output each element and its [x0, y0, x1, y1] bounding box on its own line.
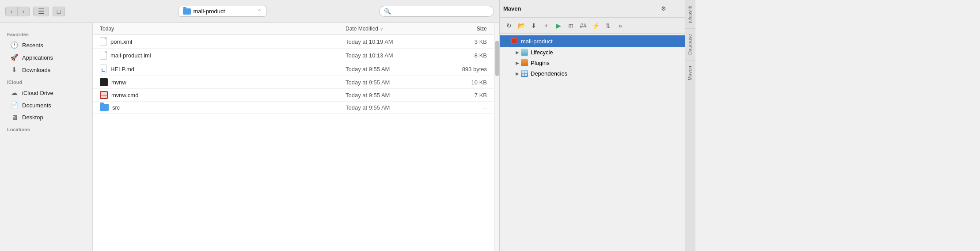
col-name-header: Today: [100, 26, 346, 32]
file-date: Today at 9:55 AM: [346, 104, 443, 111]
file-date: Today at 9:55 AM: [346, 79, 443, 86]
maven-skip-tests-button[interactable]: ##: [577, 20, 589, 31]
chevron-down-icon: ▾: [503, 39, 510, 44]
tab-database[interactable]: Database: [685, 28, 695, 60]
file-name: mvnw.cmd: [100, 91, 346, 99]
search-icon: 🔍: [384, 8, 391, 15]
file-list-header: Today Date Modified ∨ Size: [93, 23, 494, 35]
maven-run-button[interactable]: ▶: [553, 20, 564, 31]
maven-expand-button[interactable]: »: [615, 20, 626, 31]
icloud-drive-icon: ☁: [10, 89, 19, 97]
table-row[interactable]: mvnw.cmd Today at 9:55 AM 7 KB: [93, 89, 494, 102]
sidebar-item-label: Recents: [22, 42, 43, 49]
table-row[interactable]: mvnw Today at 9:55 AM 10 KB: [93, 76, 494, 89]
back-button[interactable]: ‹: [5, 7, 18, 16]
maven-dependencies-item[interactable]: ▶ Dependencies: [500, 68, 685, 79]
file-size: 7 KB: [443, 92, 487, 99]
finder-toolbar: ‹ › ☰ □ mall-product ⌃ 🔍: [0, 0, 499, 23]
maven-minimize-button[interactable]: —: [671, 4, 681, 14]
downloads-icon: ⬇: [10, 66, 19, 74]
sidebar-item-label: Desktop: [22, 114, 43, 121]
maven-tree: ▾ mall-product ▶ Lifecycle ▶ Plugins ▶: [500, 34, 685, 251]
maven-toolbar: Maven ⚙ —: [500, 0, 685, 18]
search-input[interactable]: [394, 8, 489, 15]
maven-plugins-item[interactable]: ▶ Plugins: [500, 57, 685, 68]
doc-file-icon: [100, 37, 107, 46]
search-box[interactable]: 🔍: [379, 6, 494, 17]
icloud-section-title: iCloud: [0, 76, 92, 87]
maven-sort-button[interactable]: ⇅: [602, 20, 614, 31]
maven-m-button[interactable]: m: [565, 20, 577, 31]
maven-lightning-button[interactable]: ⚡: [590, 20, 601, 31]
table-row[interactable]: mall-product.iml Today at 10:13 AM 8 KB: [93, 49, 494, 62]
sidebar-item-label: Documents: [22, 102, 51, 109]
maven-open-folder-button[interactable]: 📂: [516, 20, 527, 31]
plugins-icon: [521, 59, 528, 66]
sidebar-item-applications[interactable]: 🚀 Applications: [3, 51, 90, 64]
dependencies-icon: [521, 70, 528, 77]
maven-plugins-label: Plugins: [531, 60, 550, 66]
maven-panel: Maven ⚙ — ↻ 📂 ⬇ + ▶ m ## ⚡ ⇅ » ▾ mall-pr…: [499, 0, 685, 251]
file-name: HELP.md: [100, 65, 346, 73]
view-options-button[interactable]: ☰: [33, 7, 49, 16]
col-size-header: Size: [443, 26, 487, 32]
cmd-file-icon: [100, 91, 108, 99]
sidebar-item-desktop[interactable]: 🖥 Desktop: [3, 111, 90, 123]
chevron-right-icon: ▶: [514, 61, 521, 65]
file-date: Today at 10:13 AM: [346, 52, 443, 59]
maven-lifecycle-item[interactable]: ▶ Lifecycle: [500, 47, 685, 57]
maven-refresh-button[interactable]: ↻: [503, 20, 515, 31]
tab-maven[interactable]: Maven: [685, 60, 695, 86]
maven-dependencies-label: Dependencies: [531, 70, 567, 77]
sidebar-item-recents[interactable]: 🕐 Recents: [3, 39, 90, 51]
right-tabs: jclasslib Database Maven: [685, 0, 695, 251]
scrollbar-thumb[interactable]: [495, 41, 499, 76]
file-size: 3 KB: [443, 38, 487, 45]
recents-icon: 🕐: [10, 41, 19, 49]
file-size: 10 KB: [443, 79, 487, 86]
file-date: Today at 9:55 AM: [346, 92, 443, 99]
favorites-section-title: Favorites: [0, 28, 92, 39]
sort-icon: ∨: [380, 27, 383, 31]
file-name: pom.xml: [100, 37, 346, 46]
tab-jclasslib[interactable]: jclasslib: [685, 0, 695, 28]
scrollbar[interactable]: [494, 23, 499, 251]
maven-download-button[interactable]: ⬇: [528, 20, 539, 31]
location-bar: mall-product ⌃: [68, 6, 376, 17]
file-date: Today at 9:55 AM: [346, 66, 443, 72]
table-row[interactable]: src Today at 9:55 AM --: [93, 102, 494, 114]
maven-title: Maven: [503, 5, 657, 12]
file-name: mall-product.iml: [100, 51, 346, 60]
file-name: mvnw: [100, 78, 346, 86]
sidebar-item-documents[interactable]: 📄 Documents: [3, 99, 90, 111]
table-row[interactable]: HELP.md Today at 9:55 AM 893 bytes: [93, 62, 494, 76]
location-name: mall-product: [183, 8, 225, 15]
sidebar: Favorites 🕐 Recents 🚀 Applications ⬇ Dow…: [0, 23, 93, 251]
maven-settings-button[interactable]: ⚙: [658, 4, 669, 14]
lifecycle-icon: [521, 49, 528, 56]
location-text: mall-product: [194, 8, 225, 15]
chevron-right-icon: ▶: [514, 50, 521, 55]
desktop-icon: 🖥: [10, 114, 19, 121]
applications-icon: 🚀: [10, 53, 19, 61]
script-file-icon: [100, 78, 108, 86]
sidebar-item-label: iCloud Drive: [22, 90, 53, 96]
forward-button[interactable]: ›: [17, 7, 30, 16]
help-file-icon: [100, 65, 107, 73]
file-name: src: [100, 104, 346, 111]
maven-root-item[interactable]: ▾ mall-product: [500, 35, 685, 47]
maven-root-label: mall-product: [521, 38, 553, 45]
sidebar-item-label: Downloads: [22, 67, 50, 73]
sidebar-item-icloud-drive[interactable]: ☁ iCloud Drive: [3, 87, 90, 99]
maven-add-button[interactable]: +: [540, 20, 552, 31]
chevron-right-icon: ▶: [514, 71, 521, 76]
maven-project-icon: [510, 37, 518, 45]
folder-icon: [183, 8, 191, 15]
doc-file-icon: [100, 51, 107, 60]
table-row[interactable]: pom.xml Today at 10:19 AM 3 KB: [93, 35, 494, 49]
action-button[interactable]: □: [53, 7, 65, 16]
chevron-down-icon: ⌃: [257, 8, 262, 15]
location-dropdown[interactable]: mall-product ⌃: [178, 6, 266, 17]
finder-content: Favorites 🕐 Recents 🚀 Applications ⬇ Dow…: [0, 23, 499, 251]
sidebar-item-downloads[interactable]: ⬇ Downloads: [3, 64, 90, 76]
